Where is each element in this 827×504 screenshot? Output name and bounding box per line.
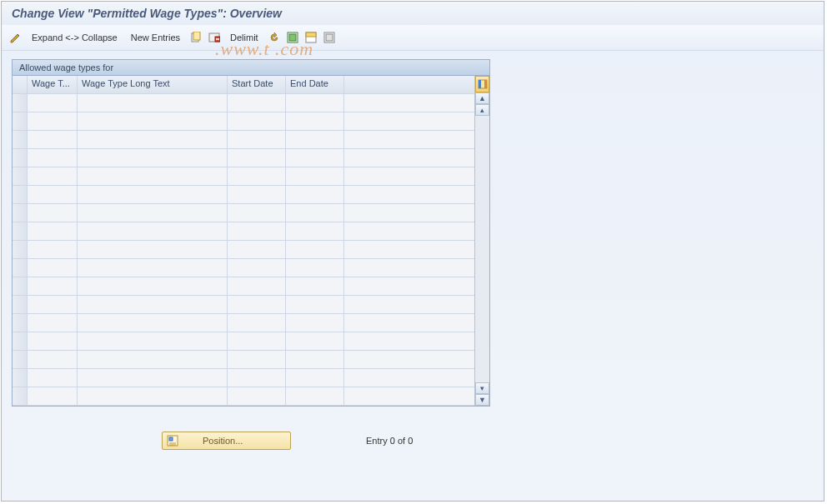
cell-long-text[interactable] [78, 112, 228, 130]
cell-start-date[interactable] [228, 351, 286, 368]
cell-wage-type[interactable] [28, 351, 78, 368]
row-select-handle[interactable] [13, 167, 28, 185]
cell-long-text[interactable] [78, 241, 228, 258]
copy-icon[interactable] [188, 30, 203, 45]
cell-end-date[interactable] [286, 186, 344, 203]
select-all-icon[interactable] [285, 30, 300, 45]
cell-wage-type[interactable] [28, 94, 78, 112]
cell-end-date[interactable] [286, 94, 344, 112]
cell-long-text[interactable] [78, 314, 228, 332]
cell-start-date[interactable] [228, 314, 286, 332]
cell-end-date[interactable] [286, 369, 344, 387]
cell-end-date[interactable] [286, 131, 344, 148]
row-select-handle[interactable] [13, 131, 28, 148]
col-header-start-date[interactable]: Start Date [228, 76, 286, 93]
scroll-down-icon[interactable]: ▾ [475, 382, 489, 394]
cell-wage-type[interactable] [28, 259, 78, 277]
cell-start-date[interactable] [228, 296, 286, 313]
col-header-long-text[interactable]: Wage Type Long Text [78, 76, 228, 93]
cell-end-date[interactable] [286, 112, 344, 130]
undo-icon[interactable] [267, 30, 282, 45]
cell-long-text[interactable] [78, 332, 228, 350]
toggle-change-icon[interactable] [8, 30, 23, 45]
cell-long-text[interactable] [78, 167, 228, 185]
cell-end-date[interactable] [286, 167, 344, 185]
row-select-handle[interactable] [13, 149, 28, 167]
row-select-handle[interactable] [13, 314, 28, 332]
cell-start-date[interactable] [228, 241, 286, 258]
cell-end-date[interactable] [286, 314, 344, 332]
row-select-handle[interactable] [13, 332, 28, 350]
cell-start-date[interactable] [228, 204, 286, 222]
cell-start-date[interactable] [228, 332, 286, 350]
cell-end-date[interactable] [286, 241, 344, 258]
select-all-rows-handle[interactable] [13, 76, 28, 93]
cell-end-date[interactable] [286, 277, 344, 295]
cell-wage-type[interactable] [28, 332, 78, 350]
cell-end-date[interactable] [286, 296, 344, 313]
expand-collapse-button[interactable]: Expand <-> Collapse [27, 31, 123, 44]
delete-icon[interactable] [207, 30, 222, 45]
select-block-icon[interactable] [303, 30, 318, 45]
cell-start-date[interactable] [228, 186, 286, 203]
cell-start-date[interactable] [228, 131, 286, 148]
row-select-handle[interactable] [13, 296, 28, 313]
cell-wage-type[interactable] [28, 387, 78, 405]
scroll-up-icon[interactable]: ▴ [475, 104, 489, 116]
cell-wage-type[interactable] [28, 149, 78, 167]
cell-start-date[interactable] [228, 369, 286, 387]
cell-long-text[interactable] [78, 204, 228, 222]
scroll-bottom-icon[interactable]: ▼ [475, 394, 489, 406]
cell-start-date[interactable] [228, 112, 286, 130]
cell-wage-type[interactable] [28, 241, 78, 258]
row-select-handle[interactable] [13, 351, 28, 368]
cell-start-date[interactable] [228, 277, 286, 295]
cell-end-date[interactable] [286, 387, 344, 405]
delimit-button[interactable]: Delimit [225, 31, 263, 44]
cell-wage-type[interactable] [28, 131, 78, 148]
cell-wage-type[interactable] [28, 314, 78, 332]
cell-wage-type[interactable] [28, 222, 78, 240]
cell-start-date[interactable] [228, 387, 286, 405]
cell-long-text[interactable] [78, 351, 228, 368]
deselect-all-icon[interactable] [322, 30, 337, 45]
row-select-handle[interactable] [13, 369, 28, 387]
cell-long-text[interactable] [78, 94, 228, 112]
row-select-handle[interactable] [13, 112, 28, 130]
cell-end-date[interactable] [286, 222, 344, 240]
cell-start-date[interactable] [228, 167, 286, 185]
cell-long-text[interactable] [78, 149, 228, 167]
row-select-handle[interactable] [13, 186, 28, 203]
cell-end-date[interactable] [286, 351, 344, 368]
cell-long-text[interactable] [78, 222, 228, 240]
cell-start-date[interactable] [228, 259, 286, 277]
cell-wage-type[interactable] [28, 369, 78, 387]
cell-wage-type[interactable] [28, 277, 78, 295]
col-header-end-date[interactable]: End Date [286, 76, 344, 93]
cell-start-date[interactable] [228, 149, 286, 167]
row-select-handle[interactable] [13, 259, 28, 277]
cell-long-text[interactable] [78, 131, 228, 148]
configure-columns-icon[interactable] [475, 76, 489, 92]
cell-long-text[interactable] [78, 259, 228, 277]
cell-long-text[interactable] [78, 369, 228, 387]
cell-long-text[interactable] [78, 277, 228, 295]
cell-start-date[interactable] [228, 94, 286, 112]
cell-wage-type[interactable] [28, 204, 78, 222]
cell-wage-type[interactable] [28, 296, 78, 313]
row-select-handle[interactable] [13, 387, 28, 405]
row-select-handle[interactable] [13, 204, 28, 222]
row-select-handle[interactable] [13, 241, 28, 258]
cell-long-text[interactable] [78, 387, 228, 405]
scroll-top-icon[interactable]: ▲ [475, 92, 489, 104]
cell-wage-type[interactable] [28, 112, 78, 130]
cell-end-date[interactable] [286, 332, 344, 350]
cell-end-date[interactable] [286, 204, 344, 222]
cell-long-text[interactable] [78, 186, 228, 203]
cell-wage-type[interactable] [28, 167, 78, 185]
row-select-handle[interactable] [13, 94, 28, 112]
row-select-handle[interactable] [13, 277, 28, 295]
cell-end-date[interactable] [286, 149, 344, 167]
cell-long-text[interactable] [78, 296, 228, 313]
row-select-handle[interactable] [13, 222, 28, 240]
